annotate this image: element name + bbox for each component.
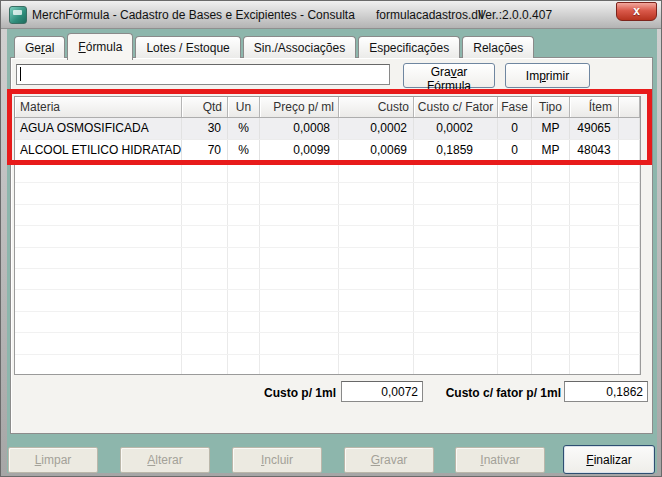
empty-cell — [182, 333, 228, 353]
empty-cell — [339, 333, 414, 353]
empty-cell — [228, 162, 260, 182]
cell: 0,0002 — [414, 118, 498, 139]
cell: 49065 — [570, 118, 619, 139]
column-header[interactable]: Custo c/ Fator — [414, 97, 498, 117]
empty-cell — [570, 248, 619, 268]
column-header[interactable] — [619, 97, 640, 117]
empty-cell — [15, 355, 182, 375]
empty-cell — [532, 333, 570, 353]
alterar-button[interactable]: Alterar — [120, 447, 210, 473]
empty-cell — [498, 248, 532, 268]
cell: 48043 — [570, 140, 619, 161]
empty-grid-row — [15, 248, 640, 269]
empty-cell — [260, 290, 339, 310]
cell: AGUA OSMOSIFICADA — [15, 118, 182, 139]
tab-formula[interactable]: Fórmula — [67, 33, 133, 60]
empty-cell — [570, 355, 619, 375]
empty-cell — [182, 312, 228, 332]
table-row[interactable]: ALCOOL ETILICO HIDRATADO70%0,00990,00690… — [15, 140, 640, 162]
column-header[interactable]: Custo — [339, 97, 414, 117]
empty-cell — [414, 248, 498, 268]
empty-cell — [228, 333, 260, 353]
empty-cell — [260, 248, 339, 268]
column-header[interactable]: Preço p/ ml — [260, 97, 339, 117]
formula-search-input[interactable] — [16, 64, 390, 85]
table-row[interactable]: AGUA OSMOSIFICADA30%0,00080,00020,00020M… — [15, 118, 640, 140]
empty-cell — [260, 226, 339, 246]
title-bar: MerchFórmula - Cadastro de Bases e Excip… — [1, 1, 661, 29]
tab-especificacoes[interactable]: Especificações — [358, 36, 460, 58]
column-header[interactable]: Fase — [498, 97, 532, 117]
empty-cell — [498, 205, 532, 225]
gravar-formula-button[interactable]: Gravar Fórmula — [403, 63, 495, 88]
empty-cell — [339, 269, 414, 289]
empty-cell — [498, 183, 532, 203]
empty-grid-row — [15, 205, 640, 226]
cell: 0,0069 — [339, 140, 414, 161]
cell: MP — [532, 140, 570, 161]
empty-cell — [619, 205, 640, 225]
window-title: MerchFórmula - Cadastro de Bases e Excip… — [32, 8, 355, 22]
tab-relacoes[interactable]: Relações — [462, 36, 534, 58]
column-header[interactable]: Un — [228, 97, 260, 117]
empty-cell — [570, 269, 619, 289]
column-header[interactable]: Materia — [15, 97, 182, 117]
empty-cell — [532, 248, 570, 268]
cell: 30 — [182, 118, 228, 139]
empty-cell — [228, 290, 260, 310]
column-header[interactable]: Ítem — [570, 97, 619, 117]
empty-cell — [15, 226, 182, 246]
empty-cell — [339, 312, 414, 332]
finalizar-button[interactable]: Finalizar — [563, 445, 655, 474]
empty-cell — [339, 290, 414, 310]
empty-cell — [228, 269, 260, 289]
empty-cell — [15, 248, 182, 268]
inativar-button[interactable]: Inativar — [455, 447, 545, 473]
empty-cell — [228, 205, 260, 225]
app-window: MerchFórmula - Cadastro de Bases e Excip… — [0, 0, 662, 477]
custo-fator-per-ml-value[interactable] — [564, 381, 648, 402]
gravar-button[interactable]: Gravar — [344, 447, 434, 473]
empty-cell — [570, 290, 619, 310]
column-header[interactable]: Qtd — [182, 97, 228, 117]
imprimir-button[interactable]: Imprimir — [505, 63, 590, 88]
empty-cell — [498, 226, 532, 246]
column-header[interactable]: Tipo — [532, 97, 570, 117]
empty-cell — [182, 248, 228, 268]
empty-cell — [619, 162, 640, 182]
empty-cell — [619, 290, 640, 310]
empty-cell — [15, 269, 182, 289]
empty-grid-row — [15, 290, 640, 311]
empty-cell — [498, 333, 532, 353]
empty-grid-row — [15, 355, 640, 375]
empty-cell — [15, 333, 182, 353]
close-button[interactable]: x — [616, 2, 657, 21]
custo-per-ml-value[interactable] — [341, 381, 423, 402]
empty-cell — [339, 248, 414, 268]
cell: 0 — [498, 118, 532, 139]
empty-cell — [339, 205, 414, 225]
limpar-button[interactable]: Limpar — [8, 447, 98, 473]
empty-cell — [260, 183, 339, 203]
tab-geral[interactable]: Geral — [14, 36, 65, 58]
empty-cell — [15, 162, 182, 182]
empty-cell — [182, 226, 228, 246]
empty-cell — [182, 290, 228, 310]
tab-lotes-estoque[interactable]: Lotes / Estoque — [135, 36, 240, 58]
empty-cell — [260, 269, 339, 289]
custo-fator-per-ml-label: Custo c/ fator p/ 1ml — [421, 386, 561, 400]
empty-cell — [619, 226, 640, 246]
cell — [619, 140, 640, 161]
empty-cell — [619, 183, 640, 203]
empty-cell — [182, 269, 228, 289]
empty-cell — [260, 333, 339, 353]
empty-cell — [15, 183, 182, 203]
empty-grid-row — [15, 183, 640, 204]
empty-grid-row — [15, 333, 640, 354]
incluir-button[interactable]: Incluir — [232, 447, 322, 473]
empty-cell — [532, 355, 570, 375]
cell: 0,0099 — [260, 140, 339, 161]
empty-cell — [532, 226, 570, 246]
empty-cell — [414, 183, 498, 203]
tab-sin-associacoes[interactable]: Sin./Associações — [243, 36, 356, 58]
